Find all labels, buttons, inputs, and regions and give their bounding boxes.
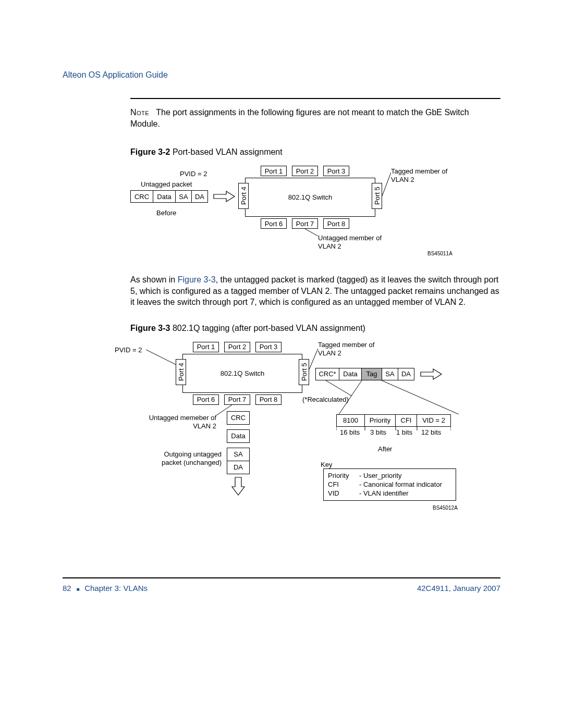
crc-star-cell: CRC* [315,368,339,380]
arrow-right-1-icon [213,190,237,203]
after-label: After [378,445,392,453]
arrow-down-icon [231,476,246,496]
svg-line-0 [382,172,391,196]
rule-bottom [63,577,500,578]
port8: Port 8 [323,218,349,229]
v-data: Data [227,429,250,443]
figure-3-2-caption: Figure 3-2 Port-based VLAN assignment [130,147,500,157]
body-column: Note The port assignments in the followi… [130,107,500,521]
figure-ref-link[interactable]: Figure 3-3 [178,275,216,284]
chapter-label: Chapter 3: VLANs [84,584,148,593]
svg-line-2 [146,350,177,365]
figure-number: Figure 3-2 [130,147,170,156]
pvid-label-33: PVID = 2 [115,346,142,354]
diagram-code-32: BS45011A [427,251,452,257]
note-label: Note [130,108,149,117]
port2: Port 2 [292,166,318,176]
figure-number-33: Figure 3-3 [130,324,170,332]
switch-box: 802.1Q Switch [245,178,375,217]
doc-title: Alteon OS Application Guide [63,70,500,80]
port5-33: Port 5 [299,359,309,385]
svg-line-5 [339,380,362,414]
tagged-member-33: Tagged member of VLAN 2 [318,341,386,357]
da-cell-33: DA [398,368,414,380]
v-da: DA [227,461,250,474]
port5: Port 5 [372,183,382,209]
page-content: Alteon OS Application Guide Note The por… [63,70,500,521]
before-label: Before [156,209,176,217]
key-cfi-k: CFI [328,480,359,488]
untagged-memeber-33: Untagged memeber of VLAN 2 [138,414,216,430]
tag-expand-icon [339,380,459,414]
note-text: The port assignments in the following fi… [130,108,469,128]
tag-cell: Tag [361,368,382,380]
vid-cell: VID = 2 [417,414,451,427]
arrow-right-2-icon [420,368,444,380]
port1: Port 1 [261,166,287,176]
switch-label: 802.1Q Switch [288,193,333,201]
figure-title: Port-based VLAN assignment [173,147,283,156]
port6-33: Port 6 [193,394,219,405]
cfi-cell: CFI [395,414,417,427]
sa-cell: SA [175,190,192,203]
line-pvid-icon [146,350,177,365]
sa-cell-33: SA [382,368,398,380]
key-priority-v: - User_priority [359,472,442,479]
paragraph-1: As shown in Figure 3-3, the untagged pac… [130,274,500,308]
footer: 82 ■ Chapter 3: VLANs 42C4911, January 2… [63,573,500,593]
figure-title-33: 802.1Q tagging (after port-based VLAN as… [173,324,365,332]
port1-33: Port 1 [193,342,219,352]
figure-3-3-caption: Figure 3-3 802.1Q tagging (after port-ba… [130,324,500,333]
untagged-packet-label: Untagged packet [141,180,192,189]
doc-id: 42C4911, January 2007 [417,584,500,593]
untagged-member-label: Untagged member of VLAN 2 [318,234,391,250]
da-cell: DA [191,190,208,203]
priority-cell: Priority [364,414,396,427]
key-cfi-v: - Canonical format indicator [359,480,442,488]
key-vid-k: VID [328,489,359,497]
switch-box-33: 802.1Q Switch [182,354,302,393]
v-sa: SA [227,448,250,461]
key-vid-v: - VLAN identifier [359,489,442,497]
port2-33: Port 2 [224,342,250,352]
port8-33: Port 8 [255,394,282,405]
figure-3-2-diagram: PVID = 2 Untagged packet CRC Data SA DA … [130,167,500,264]
tpid-cell: 8100 [336,414,365,427]
port7-33: Port 7 [224,394,250,405]
rule-top [130,98,500,99]
para1-prefix: As shown in [130,275,178,284]
page-number: 82 [63,584,71,593]
switch-label-33: 802.1Q Switch [221,369,265,377]
svg-line-3 [309,349,318,369]
square-icon: ■ [74,586,82,592]
key-box: Priority - User_priority CFI - Canonical… [323,468,456,501]
port4: Port 4 [238,183,249,209]
line-port5-33-icon [309,349,318,369]
key-priority-k: Priority [328,472,359,479]
port3: Port 3 [323,166,349,176]
key-label: Key [321,461,332,469]
crc-cell: CRC [130,190,153,203]
pvid-label: PVID = 2 [180,170,207,178]
outgoing-label: Outgoing untagged packet (unchanged) [159,450,222,466]
port6: Port 6 [261,218,287,229]
note-paragraph: Note The port assignments in the followi… [130,107,500,129]
line-port5-icon [382,172,391,196]
port7: Port 7 [292,218,318,229]
figure-3-3-diagram: PVID = 2 802.1Q Switch Port 1 Port 2 Por… [130,343,500,521]
svg-line-1 [305,229,318,236]
line-port7-icon [305,229,318,236]
bitbar-icon [336,426,451,430]
v-crc: CRC [227,411,250,425]
data-cell: Data [153,190,176,203]
svg-line-6 [382,380,459,414]
diagram-code-33: BS45012A [433,505,458,511]
port3-33: Port 3 [255,342,282,352]
port4-33: Port 4 [176,359,186,385]
data-cell-33: Data [339,368,362,380]
tagged-member-label: Tagged member of VLAN 2 [391,167,459,183]
